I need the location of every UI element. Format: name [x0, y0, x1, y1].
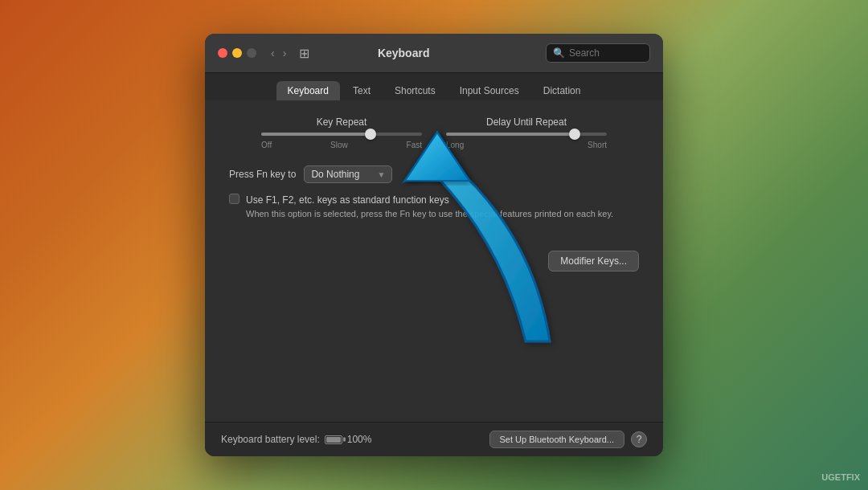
window-title: Keyboard: [269, 47, 538, 59]
battery-icon: [325, 435, 342, 444]
bluetooth-keyboard-button[interactable]: Set Up Bluetooth Keyboard...: [489, 431, 624, 448]
tab-shortcuts[interactable]: Shortcuts: [383, 81, 447, 100]
search-input[interactable]: [569, 47, 643, 59]
search-icon: 🔍: [553, 47, 565, 59]
tab-text[interactable]: Text: [342, 81, 382, 100]
fn-key-value: Do Nothing: [311, 169, 359, 180]
arrow-overlay: [389, 116, 614, 374]
key-repeat-off: Off: [261, 141, 272, 149]
tabs-bar: Keyboard Text Shortcuts Input Sources Di…: [205, 73, 663, 100]
checkbox-sublabel: When this option is selected, press the …: [246, 209, 613, 218]
key-repeat-group: Key Repeat Off Slow Fast: [261, 116, 422, 149]
content-area: Key Repeat Off Slow Fast Delay Until Rep…: [205, 100, 663, 422]
titlebar: ‹ › ⊞ Keyboard 🔍: [205, 34, 663, 73]
checkbox-label: Use F1, F2, etc. keys as standard functi…: [246, 193, 613, 207]
fn-key-select[interactable]: Do Nothing ▼: [304, 165, 392, 183]
battery-label: Keyboard battery level:: [221, 434, 320, 445]
status-bar: Keyboard battery level: 100% Set Up Blue…: [205, 422, 663, 456]
status-right: Set Up Bluetooth Keyboard... ?: [489, 431, 647, 448]
delay-repeat-labels: Long Short: [446, 141, 607, 149]
delay-long: Long: [446, 141, 464, 149]
fn-key-row: Press Fn key to Do Nothing ▼: [229, 165, 639, 183]
help-button[interactable]: ?: [631, 431, 647, 447]
main-window: ‹ › ⊞ Keyboard 🔍 Keyboard Text Shortcuts…: [205, 34, 663, 456]
bottom-buttons: Modifier Keys...: [229, 251, 639, 280]
fn-key-label: Press Fn key to: [229, 169, 296, 180]
traffic-lights: [218, 48, 256, 58]
fn-checkbox[interactable]: [229, 194, 240, 204]
maximize-button[interactable]: [247, 48, 256, 58]
checkbox-row: Use F1, F2, etc. keys as standard functi…: [229, 193, 639, 218]
tab-dictation[interactable]: Dictation: [532, 81, 592, 100]
key-repeat-track[interactable]: [261, 133, 422, 136]
key-repeat-label: Key Repeat: [317, 116, 367, 128]
key-repeat-slow: Slow: [330, 141, 348, 149]
sliders-row: Key Repeat Off Slow Fast Delay Until Rep…: [229, 116, 639, 149]
modifier-keys-button[interactable]: Modifier Keys...: [548, 251, 639, 272]
minimize-button[interactable]: [232, 48, 242, 58]
fn-key-arrow: ▼: [377, 170, 385, 179]
search-bar[interactable]: 🔍: [546, 43, 650, 63]
key-repeat-labels: Off Slow Fast: [261, 141, 422, 149]
battery-percent: 100%: [347, 434, 372, 445]
delay-repeat-group: Delay Until Repeat Long Short: [446, 116, 607, 149]
delay-repeat-label: Delay Until Repeat: [486, 116, 567, 128]
checkbox-content: Use F1, F2, etc. keys as standard functi…: [246, 193, 613, 218]
watermark: UGETFIX: [821, 472, 860, 482]
tab-input-sources[interactable]: Input Sources: [448, 81, 530, 100]
battery-row: Keyboard battery level: 100%: [221, 434, 371, 445]
tab-keyboard[interactable]: Keyboard: [276, 81, 340, 100]
delay-repeat-track[interactable]: [446, 133, 607, 136]
delay-short: Short: [588, 141, 607, 149]
key-repeat-fast: Fast: [407, 141, 422, 149]
close-button[interactable]: [218, 48, 227, 58]
